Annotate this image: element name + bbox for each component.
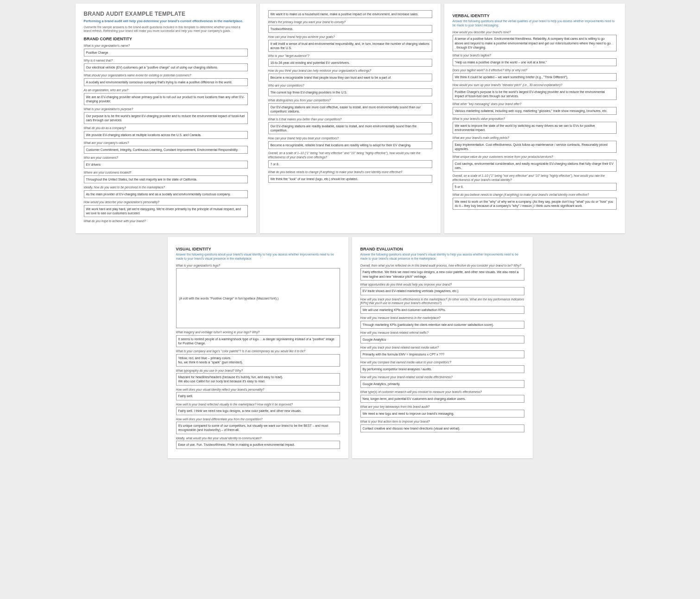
a: Through marketing KPIs (particularly the… (360, 321, 524, 329)
a: Primarily with the formula EMV = Impress… (360, 350, 524, 358)
row-1: BRAND AUDIT EXAMPLE TEMPLATE Performing … (4, 4, 696, 233)
a: New, longer-term, and potential EV custo… (360, 395, 524, 403)
q: How would you sum up your brand's "eleva… (453, 83, 617, 87)
q: Who are your customers? (84, 156, 248, 160)
section-sub: Answer the following questions about you… (360, 253, 524, 261)
a: By performing competitor brand analyses … (360, 365, 524, 373)
a: Our purpose is to be the world's largest… (84, 112, 248, 124)
logo-box: (A volt with the words "Positive Charge"… (176, 268, 340, 328)
q: How would you describe your organization… (84, 200, 248, 205)
a: Our EV-charging stations are readily ava… (268, 122, 432, 134)
a: We need a new logo and need to improve o… (360, 410, 524, 418)
q: Ideally, what would you like your visual… (176, 437, 340, 441)
q: As an organization, who are you? (84, 88, 248, 93)
q: What's the primary image you want your b… (268, 20, 432, 25)
a: Mazzard for headlines/headers (because i… (176, 373, 340, 385)
q: Why is it named that? (84, 59, 248, 63)
q: What type(s) of customer research will y… (360, 390, 524, 394)
a: Become a recognizable brand that people … (268, 74, 432, 81)
q: What other "key messaging" does your bra… (453, 102, 617, 106)
q: How do you think your brand can help rei… (268, 69, 432, 73)
a: Cost savings, environmental consideratio… (453, 160, 617, 172)
a: Contact creative and discuss new brand d… (360, 424, 524, 432)
q: How well does your visual identity refle… (176, 388, 340, 392)
q: What are your brand's main selling point… (453, 136, 617, 140)
q: What imagery and verbiage is/isn't worki… (176, 331, 340, 335)
a: Fairly effective. We think we need new l… (360, 268, 524, 280)
q: What unique value do your customers rece… (453, 155, 617, 159)
a: Various marketing collateral, including … (453, 107, 617, 115)
a: Ease of use. Fun. Trustworthiness. Pride… (176, 441, 340, 449)
a: We provide EV-charging stations at multi… (84, 131, 248, 139)
q: Overall, on a scale of 1–10 ("1" being "… (453, 174, 617, 182)
q: What do you hope to achieve with your br… (84, 219, 248, 224)
q: How will you track your brand-related ea… (360, 346, 524, 350)
section-sub: Answer the following questions about you… (176, 253, 340, 261)
a: Our EV-charging stations are more cost e… (268, 103, 432, 115)
q: Ideally, how do you want to be perceived… (84, 186, 248, 190)
page-2: We want it to make us a household name, … (260, 4, 441, 233)
q: How will you measure brand-related refer… (360, 331, 524, 335)
a: The current top three EV-charging provid… (268, 88, 432, 96)
a: We need to work on the "why" of why we'r… (453, 198, 617, 210)
a: Easy implementation. Cost effectiveness.… (453, 141, 617, 153)
q: What are your key takeaways from this br… (360, 405, 524, 409)
q: How can your brand help you achieve your… (268, 35, 432, 39)
q: What do you believe needs to change (if … (268, 170, 432, 175)
a: EV drivers (84, 161, 248, 168)
a: Become a recognizable, reliable brand th… (268, 141, 432, 149)
q: How will you measure brand awareness in … (360, 316, 524, 320)
a: We think it could be updated – we want s… (453, 73, 617, 81)
q: Who is your "target audience"? (268, 54, 432, 58)
page-4: VISUAL IDENTITY Answer the following que… (168, 237, 348, 458)
a: Google Analytics (360, 336, 524, 343)
a: We want it to make us a household name, … (268, 10, 432, 18)
q: What is it that makes you better than yo… (268, 118, 432, 122)
a: We want to improve the state of the worl… (453, 122, 617, 134)
a: Positive Charge's purpose is to be the w… (453, 88, 617, 100)
a: 18-to-34-year-old existing and potential… (268, 59, 432, 67)
q: What is your organization's logo? (176, 264, 340, 268)
q: What is your company and logo's "color p… (176, 349, 340, 354)
q: What is your organization's name? (84, 44, 248, 48)
a: Google Analytics, primarily. (360, 380, 524, 388)
a: It will instill a sense of trust and env… (268, 40, 432, 52)
q: How would you describe your brand's tone… (453, 31, 617, 35)
a: As the main provider of EV-charging stat… (84, 190, 248, 198)
page-5: BRAND EVALUATION Answer the following qu… (352, 237, 533, 458)
q: How well is your brand reflected visuall… (176, 403, 340, 407)
doc-title: BRAND AUDIT EXAMPLE TEMPLATE (84, 10, 248, 18)
page-3: VERBAL IDENTITY Answer the following que… (444, 4, 625, 233)
a: Throughout the United States, but the va… (84, 175, 248, 183)
a: It seems to remind people of a warning/s… (176, 335, 340, 347)
a: We are an EV-charging provider whose pri… (84, 93, 248, 105)
a: A socially and environmentally conscious… (84, 78, 248, 86)
row-2: VISUAL IDENTITY Answer the following que… (4, 237, 696, 458)
section-visual: VISUAL IDENTITY (176, 246, 340, 252)
a: A sense of a positive future. Environmen… (453, 35, 617, 51)
q: Overall, on a scale of 1–10 ("1" being "… (268, 151, 432, 160)
q: How well does your brand differentiate y… (176, 418, 340, 422)
q: What distinguishes you from your competi… (268, 99, 432, 103)
a: Fairly well. (176, 392, 340, 400)
q: How will you measure your brand-related … (360, 375, 524, 380)
q: What is your brand's value proposition? (453, 117, 617, 121)
a: Yellow, red, and blue – primary colors. … (176, 354, 340, 366)
q: How will you track your brand's effectiv… (360, 298, 524, 306)
a: 7 or 8. (268, 160, 432, 168)
a: Customer Commitment, Integrity, Continuo… (84, 146, 248, 154)
q: Where are your customers located? (84, 171, 248, 175)
q: What typography do you use in your brand… (176, 369, 340, 373)
a: We think the "look" of our brand (logo, … (268, 175, 432, 183)
q: What are your company's values? (84, 141, 248, 145)
doc-intro: Overwrite the sample answers to the bran… (84, 25, 248, 34)
q: Does your tagline work? Is it effective?… (453, 69, 617, 73)
a: It's unique compared to some of our comp… (176, 422, 340, 434)
q: Overall, from what you've reflected on i… (360, 264, 524, 268)
a: Our electrical vehicle (EV) customers ge… (84, 63, 248, 71)
doc-subtitle: Performing a brand audit will help you d… (84, 19, 248, 23)
a: We will use marketing KPIs and customer-… (360, 306, 524, 314)
a: Trustworthiness. (268, 25, 432, 33)
q: What is your first action item to improv… (360, 420, 524, 424)
logo-text: (A volt with the words "Positive Charge"… (179, 296, 279, 300)
